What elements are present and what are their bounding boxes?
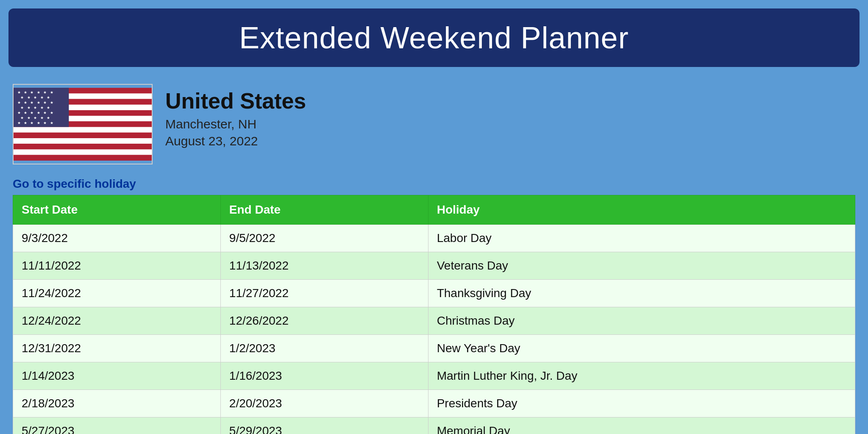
col-holiday: Holiday [428,195,855,225]
cell-end: 1/2/2023 [220,335,428,362]
holiday-link-section: Go to specific holiday [13,177,855,191]
cell-start: 12/31/2022 [13,335,221,362]
svg-text:★: ★ [17,121,21,125]
holidays-table-container: Start Date End Date Holiday 9/3/20229/5/… [13,195,855,434]
svg-rect-11 [14,149,152,155]
cell-end: 2/20/2023 [220,390,428,417]
table-row: 12/24/202212/26/2022Christmas Day [13,307,855,335]
svg-text:★: ★ [30,121,33,125]
svg-text:★: ★ [33,116,37,120]
svg-text:★: ★ [24,100,27,105]
svg-text:★: ★ [37,90,40,95]
cell-holiday: New Year's Day [428,335,855,362]
svg-text:★: ★ [50,121,53,125]
svg-text:★: ★ [47,106,50,110]
col-end-date: End Date [220,195,428,225]
svg-text:★: ★ [27,95,31,100]
cell-holiday: Labor Day [428,225,855,252]
cell-holiday: Thanksgiving Day [428,280,855,307]
svg-text:★: ★ [24,111,27,115]
svg-text:★: ★ [47,116,50,120]
table-row: 9/3/20229/5/2022Labor Day [13,225,855,252]
svg-rect-10 [14,144,152,149]
page-header: Extended Weekend Planner [8,8,860,67]
holidays-table: Start Date End Date Holiday 9/3/20229/5/… [13,195,855,434]
table-row: 11/11/202211/13/2022Veterans Day [13,252,855,280]
table-row: 2/18/20232/20/2023Presidents Day [13,390,855,417]
cell-holiday: Presidents Day [428,390,855,417]
page-title: Extended Weekend Planner [25,20,843,55]
cell-end: 11/27/2022 [220,280,428,307]
cell-start: 9/3/2022 [13,225,221,252]
svg-text:★: ★ [33,106,37,110]
svg-text:★: ★ [50,111,53,115]
svg-text:★: ★ [43,100,47,105]
svg-text:★: ★ [17,100,21,105]
svg-text:★: ★ [43,121,47,125]
country-name: United States [165,88,306,114]
cell-end: 5/29/2023 [220,417,428,434]
flag-image: ★★★★★★ ★★★★★ ★★★★★★ ★★★★★ ★★★★★★ ★★★★★ ★… [13,84,153,164]
cell-start: 5/27/2023 [13,417,221,434]
svg-text:★: ★ [37,111,40,115]
cell-start: 1/14/2023 [13,362,221,390]
col-start-date: Start Date [13,195,221,225]
cell-start: 2/18/2023 [13,390,221,417]
svg-text:★: ★ [30,100,33,105]
svg-text:★: ★ [24,121,27,125]
table-row: 1/14/20231/16/2023Martin Luther King, Jr… [13,362,855,390]
go-to-holiday-link[interactable]: Go to specific holiday [13,177,136,190]
svg-text:★: ★ [20,95,24,100]
svg-text:★: ★ [33,95,37,100]
svg-text:★: ★ [47,95,50,100]
svg-text:★: ★ [40,95,44,100]
cell-holiday: Christmas Day [428,307,855,335]
svg-text:★: ★ [27,106,31,110]
cell-end: 12/26/2022 [220,307,428,335]
table-header-row: Start Date End Date Holiday [13,195,855,225]
svg-text:★: ★ [20,106,24,110]
cell-holiday: Martin Luther King, Jr. Day [428,362,855,390]
svg-text:★: ★ [20,116,24,120]
country-section: ★★★★★★ ★★★★★ ★★★★★★ ★★★★★ ★★★★★★ ★★★★★ ★… [13,84,855,164]
table-row: 12/31/20221/2/2023New Year's Day [13,335,855,362]
cell-holiday: Memorial Day [428,417,855,434]
svg-text:★: ★ [30,111,33,115]
country-info: United States Manchester, NH August 23, … [165,84,306,148]
svg-text:★: ★ [24,90,27,95]
svg-text:★: ★ [43,90,47,95]
table-row: 5/27/20235/29/2023Memorial Day [13,417,855,434]
svg-text:★: ★ [37,121,40,125]
cell-holiday: Veterans Day [428,252,855,280]
cell-start: 12/24/2022 [13,307,221,335]
cell-start: 11/24/2022 [13,280,221,307]
cell-end: 9/5/2022 [220,225,428,252]
svg-text:★: ★ [17,111,21,115]
svg-text:★: ★ [50,100,53,105]
cell-end: 1/16/2023 [220,362,428,390]
svg-rect-12 [14,155,152,161]
cell-start: 11/11/2022 [13,252,221,280]
country-city: Manchester, NH [165,117,306,131]
svg-text:★: ★ [30,90,33,95]
svg-text:★: ★ [40,106,44,110]
svg-text:★: ★ [50,90,53,95]
svg-rect-8 [14,133,152,138]
table-row: 11/24/202211/27/2022Thanksgiving Day [13,280,855,307]
svg-rect-9 [14,138,152,144]
svg-text:★: ★ [43,111,47,115]
country-date: August 23, 2022 [165,134,306,148]
svg-text:★: ★ [27,116,31,120]
svg-text:★: ★ [17,90,21,95]
cell-end: 11/13/2022 [220,252,428,280]
svg-rect-7 [14,127,152,133]
svg-text:★: ★ [40,116,44,120]
svg-text:★: ★ [37,100,40,105]
